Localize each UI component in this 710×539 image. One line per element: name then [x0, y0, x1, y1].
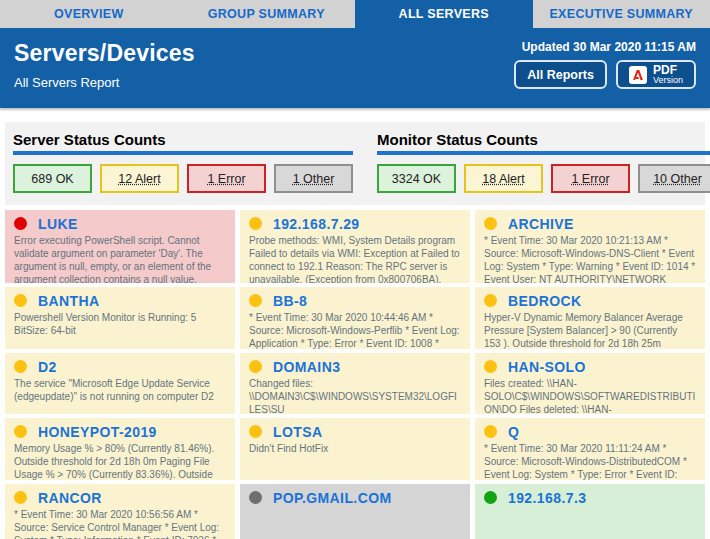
status-alert-dot-icon — [14, 491, 27, 504]
status-alert-dot-icon — [14, 294, 27, 307]
monitor-ok-count[interactable]: 3324 OK — [377, 164, 456, 193]
server-message: * Event Time: 30 Mar 2020 10:44:46 AM * … — [249, 311, 461, 349]
count-label: 1 Other — [293, 172, 335, 186]
status-alert-dot-icon — [249, 294, 262, 307]
server-name[interactable]: 192.168.7.3 — [508, 490, 586, 506]
card-header: HAN-SOLO — [484, 358, 696, 375]
updated-timestamp: Updated 30 Mar 2020 11:15 AM — [514, 40, 696, 54]
server-card-han-solo[interactable]: HAN-SOLO Files created: \\HAN-SOLO\C$\WI… — [475, 353, 705, 414]
pdf-button-text: PDF Version — [653, 64, 683, 85]
tab-group-summary[interactable]: GROUP SUMMARY — [178, 0, 356, 28]
server-name[interactable]: BEDROCK — [508, 293, 582, 309]
count-label: 1 Error — [571, 172, 609, 186]
monitor-alert-count[interactable]: 18 Alert — [464, 164, 543, 193]
count-label: 1 Error — [207, 172, 245, 186]
report-header: Servers/Devices All Servers Report Updat… — [0, 28, 710, 108]
server-message: Error executing PowerShell script. Canno… — [14, 234, 226, 283]
server-name[interactable]: ARCHIVE — [508, 216, 574, 232]
server-name[interactable]: BB-8 — [273, 293, 307, 309]
server-card-192-168-7-29[interactable]: 192.168.7.29 Probe methods: WMI, System … — [240, 210, 470, 283]
server-card-lotsa[interactable]: LOTSA Didn't Find HotFix — [240, 418, 470, 480]
status-alert-dot-icon — [484, 217, 497, 230]
server-card-luke[interactable]: LUKE Error executing PowerShell script. … — [5, 210, 235, 283]
server-message: Didn't Find HotFix — [249, 442, 461, 455]
section-title: Server Status Counts — [13, 131, 353, 148]
tab-bar: OVERVIEW GROUP SUMMARY ALL SERVERS EXECU… — [0, 0, 710, 28]
monitor-error-count[interactable]: 1 Error — [551, 164, 630, 193]
header-titles: Servers/Devices All Servers Report — [14, 40, 195, 108]
server-card-rancor[interactable]: RANCOR * Event Time: 30 Mar 2020 10:56:5… — [5, 484, 235, 539]
server-card-q[interactable]: Q * Event Time: 30 Mar 2020 11:11:24 AM … — [475, 418, 705, 480]
server-card-bantha[interactable]: BANTHA Powershell Version Monitor is Run… — [5, 287, 235, 349]
server-ok-count[interactable]: 689 OK — [13, 164, 92, 193]
server-name[interactable]: Q — [508, 424, 519, 440]
count-label: 18 Alert — [482, 172, 524, 186]
card-header: D2 — [14, 358, 226, 375]
server-name[interactable]: D2 — [38, 359, 57, 375]
monitor-other-count[interactable]: 10 Other — [638, 164, 710, 193]
card-header: BEDROCK — [484, 292, 696, 309]
server-message: * Event Time: 30 Mar 2020 10:56:56 AM * … — [14, 508, 226, 539]
server-card-domain3[interactable]: DOMAIN3 Changed files: \\DOMAIN3\C$\WIND… — [240, 353, 470, 414]
tab-executive-summary[interactable]: EXECUTIVE SUMMARY — [533, 0, 710, 28]
status-alert-dot-icon — [484, 360, 497, 373]
server-name[interactable]: BANTHA — [38, 293, 100, 309]
server-card-bb-8[interactable]: BB-8 * Event Time: 30 Mar 2020 10:44:46 … — [240, 287, 470, 349]
monitor-status-counts: Monitor Status Counts 3324 OK 18 Alert 1… — [377, 131, 710, 193]
section-title: Monitor Status Counts — [377, 131, 710, 148]
server-message: Probe methods: WMI, System Details progr… — [249, 234, 461, 283]
server-status-counts: Server Status Counts 689 OK 12 Alert 1 E… — [13, 131, 353, 193]
server-name[interactable]: POP.GMAIL.COM — [273, 490, 392, 506]
server-name[interactable]: DOMAIN3 — [273, 359, 340, 375]
server-name[interactable]: RANCOR — [38, 490, 102, 506]
pdf-sublabel: Version — [653, 76, 683, 85]
count-row: 689 OK 12 Alert 1 Error 1 Other — [13, 164, 353, 193]
server-message: * Event Time: 30 Mar 2020 10:21:13 AM * … — [484, 234, 696, 283]
count-label: 689 OK — [31, 172, 73, 186]
card-header: Q — [484, 423, 696, 440]
server-message: Memory Usage % > 80% (Currently 81.46%).… — [14, 442, 226, 480]
card-header: 192.168.7.3 — [484, 489, 696, 506]
status-alert-dot-icon — [484, 425, 497, 438]
page-title: Servers/Devices — [14, 40, 195, 67]
status-alert-dot-icon — [484, 294, 497, 307]
card-header: DOMAIN3 — [249, 358, 461, 375]
server-alert-count[interactable]: 12 Alert — [100, 164, 179, 193]
card-header: RANCOR — [14, 489, 226, 506]
server-name[interactable]: HONEYPOT-2019 — [38, 424, 157, 440]
card-header: HONEYPOT-2019 — [14, 423, 226, 440]
section-divider — [13, 151, 353, 155]
count-row: 3324 OK 18 Alert 1 Error 10 Other — [377, 164, 710, 193]
server-message: Hyper-V Dynamic Memory Balancer Average … — [484, 311, 696, 349]
card-header: LUKE — [14, 215, 226, 232]
tab-overview[interactable]: OVERVIEW — [0, 0, 178, 28]
status-error-dot-icon — [14, 217, 27, 230]
server-card-archive[interactable]: ARCHIVE * Event Time: 30 Mar 2020 10:21:… — [475, 210, 705, 283]
server-message: * Event Time: 30 Mar 2020 11:11:24 AM * … — [484, 442, 696, 480]
server-card-d2[interactable]: D2 The service "Microsoft Edge Update Se… — [5, 353, 235, 414]
card-header: BANTHA — [14, 292, 226, 309]
server-message: Powershell Version Monitor is Running: 5… — [14, 311, 226, 337]
card-header: ARCHIVE — [484, 215, 696, 232]
server-name[interactable]: LOTSA — [273, 424, 322, 440]
server-error-count[interactable]: 1 Error — [187, 164, 266, 193]
card-header: POP.GMAIL.COM — [249, 489, 461, 506]
server-card-pop-gmail-com[interactable]: POP.GMAIL.COM — [240, 484, 470, 539]
server-card-honeypot-2019[interactable]: HONEYPOT-2019 Memory Usage % > 80% (Curr… — [5, 418, 235, 480]
card-header: 192.168.7.29 — [249, 215, 461, 232]
tab-all-servers[interactable]: ALL SERVERS — [355, 0, 533, 28]
all-reports-button[interactable]: All Reports — [514, 60, 607, 89]
server-name[interactable]: HAN-SOLO — [508, 359, 586, 375]
status-alert-dot-icon — [249, 217, 262, 230]
pdf-version-button[interactable]: PDF Version — [616, 60, 696, 89]
status-alert-dot-icon — [249, 360, 262, 373]
status-alert-dot-icon — [249, 425, 262, 438]
header-actions: Updated 30 Mar 2020 11:15 AM All Reports… — [514, 40, 696, 108]
server-card-bedrock[interactable]: BEDROCK Hyper-V Dynamic Memory Balancer … — [475, 287, 705, 349]
card-header: BB-8 — [249, 292, 461, 309]
server-message: Files created: \\HAN-SOLO\C$\WINDOWS\SOF… — [484, 377, 696, 414]
server-card-192-168-7-3[interactable]: 192.168.7.3 — [475, 484, 705, 539]
server-other-count[interactable]: 1 Other — [274, 164, 353, 193]
server-name[interactable]: 192.168.7.29 — [273, 216, 360, 232]
server-name[interactable]: LUKE — [38, 216, 78, 232]
